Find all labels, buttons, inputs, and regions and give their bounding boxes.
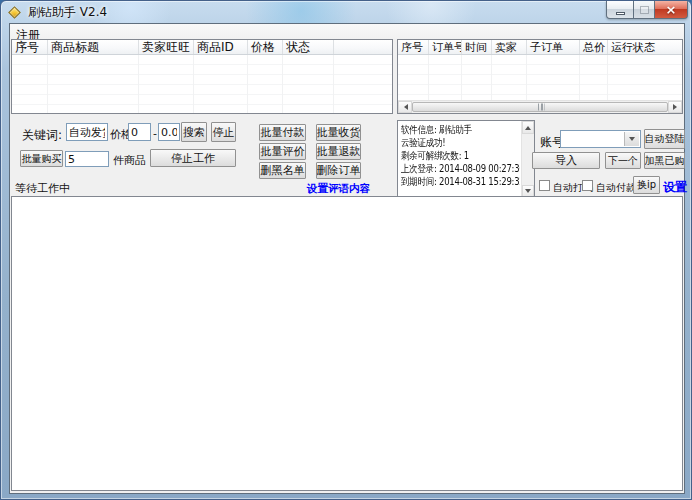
comment-settings-link[interactable]: 设置评语内容 xyxy=(307,182,370,196)
price-range-dash: - xyxy=(153,127,157,140)
batch-buy-button[interactable]: 批量购买 xyxy=(20,150,63,167)
products-col-status[interactable]: 状态 xyxy=(283,40,334,54)
products-table-header: 序号 商品标题 卖家旺旺 商品ID 价格 状态 xyxy=(12,40,392,55)
batch-receive-button[interactable]: 批量收货 xyxy=(316,124,361,141)
app-icon xyxy=(8,6,21,19)
products-col-title[interactable]: 商品标题 xyxy=(48,40,139,54)
close-button[interactable]: × xyxy=(654,1,688,19)
delete-orders-button[interactable]: 删除订单 xyxy=(316,162,361,179)
products-col-price[interactable]: 价格 xyxy=(248,40,283,54)
info-lines: 软件信息: 刷钻助手 云验证成功! 剩余可解绑次数: 1 上次登录: 2014-… xyxy=(401,123,520,196)
info-line-software: 软件信息: 刷钻助手 xyxy=(401,123,502,136)
auto-pay-label: 自动付款 xyxy=(596,181,636,195)
auto-pay-checkbox[interactable] xyxy=(582,180,593,191)
scroll-right-arrow[interactable] xyxy=(668,101,682,113)
triangle-up-icon xyxy=(525,123,531,130)
stop-button[interactable]: 停止 xyxy=(211,122,236,142)
change-ip-button[interactable]: 换ip xyxy=(633,176,660,194)
price-min-input[interactable] xyxy=(128,123,151,141)
triangle-down-icon xyxy=(525,189,531,196)
client-area: 注册 序号 商品标题 卖家旺旺 商品ID 价格 状态 xyxy=(9,23,685,494)
orders-col-seller[interactable]: 卖家 xyxy=(492,40,527,54)
orders-col-suborder[interactable]: 子订单 xyxy=(527,40,580,54)
orders-col-run-status[interactable]: 运行状态 xyxy=(608,40,682,54)
triangle-left-icon xyxy=(401,104,408,110)
settings-link[interactable]: 设置 xyxy=(663,179,687,196)
app-window: 刷钻助手 V2.4 × 注册 序号 商品标题 卖家旺旺 商品ID 价格 xyxy=(0,0,692,500)
orders-table-body xyxy=(398,55,682,100)
products-body-gridlines xyxy=(12,55,392,113)
orders-table-header: 序号 订单号 时间 卖家 子订单 总价 运行状态 xyxy=(398,40,682,55)
work-log-panel xyxy=(11,196,683,491)
quantity-suffix-label: 件商品 xyxy=(113,153,146,168)
orders-col-index[interactable]: 序号 xyxy=(398,40,429,54)
products-col-index[interactable]: 序号 xyxy=(12,40,48,54)
stop-work-button[interactable]: 停止工作 xyxy=(150,149,236,167)
info-line-expire: 到期时间: 2014-08-31 15:29:32 xyxy=(401,175,502,188)
delete-blacklist-button[interactable]: 删黑名单 xyxy=(259,162,306,179)
titlebar[interactable]: 刷钻助手 V2.4 × xyxy=(1,1,691,23)
quantity-input[interactable] xyxy=(65,151,109,167)
maximize-icon xyxy=(640,6,649,14)
scroll-left-arrow[interactable] xyxy=(398,101,412,113)
info-line-unbind: 剩余可解绑次数: 1 xyxy=(401,149,502,162)
products-table: 序号 商品标题 卖家旺旺 商品ID 价格 状态 xyxy=(11,39,393,114)
grip-icon xyxy=(536,104,545,111)
batch-review-button[interactable]: 批量评价 xyxy=(259,143,306,160)
info-line-verify: 云验证成功! xyxy=(401,136,502,149)
chevron-down-icon xyxy=(629,137,635,144)
products-col-filler xyxy=(334,40,392,54)
info-box: 软件信息: 刷钻助手 云验证成功! 剩余可解绑次数: 1 上次登录: 2014-… xyxy=(397,120,535,199)
hscroll-thumb[interactable] xyxy=(412,102,668,112)
combobox-dropdown-button[interactable] xyxy=(624,132,639,146)
close-icon: × xyxy=(666,3,677,16)
orders-hscrollbar[interactable] xyxy=(398,100,682,113)
orders-table: 序号 订单号 时间 卖家 子订单 总价 运行状态 xyxy=(397,39,683,114)
products-col-seller[interactable]: 卖家旺旺 xyxy=(139,40,194,54)
menubar: 注册 xyxy=(10,24,684,39)
orders-body-gridlines xyxy=(398,55,682,100)
triangle-right-icon xyxy=(673,104,680,110)
keyword-label: 关键词: xyxy=(22,127,62,144)
info-line-last-login: 上次登录: 2014-08-09 00:27:36 xyxy=(401,162,502,175)
maximize-button[interactable] xyxy=(634,1,654,19)
price-max-input[interactable] xyxy=(158,123,180,141)
add-blacklist-bought-button[interactable]: 加黑已购 xyxy=(644,152,685,169)
next-button[interactable]: 下一个 xyxy=(605,152,641,169)
scroll-up-arrow[interactable] xyxy=(522,121,534,134)
batch-refund-button[interactable]: 批量退款 xyxy=(316,143,361,160)
auto-captcha-checkbox[interactable] xyxy=(539,180,550,191)
account-combobox[interactable] xyxy=(560,130,641,148)
search-button[interactable]: 搜索 xyxy=(181,122,207,142)
products-table-body xyxy=(12,55,392,113)
orders-col-order-no[interactable]: 订单号 xyxy=(429,40,462,54)
minimize-button[interactable] xyxy=(606,1,634,19)
minimize-icon xyxy=(616,12,625,15)
keyword-input[interactable] xyxy=(66,123,108,141)
caption-buttons: × xyxy=(606,1,688,19)
window-title: 刷钻助手 V2.4 xyxy=(28,4,107,21)
products-col-id[interactable]: 商品ID xyxy=(194,40,248,54)
auto-login-button[interactable]: 自动登陆 xyxy=(644,129,685,149)
orders-col-total[interactable]: 总价 xyxy=(580,40,608,54)
import-button[interactable]: 导入 xyxy=(532,152,600,169)
batch-pay-button[interactable]: 批量付款 xyxy=(259,124,306,141)
status-text: 等待工作中 xyxy=(15,181,70,196)
orders-col-time[interactable]: 时间 xyxy=(462,40,492,54)
